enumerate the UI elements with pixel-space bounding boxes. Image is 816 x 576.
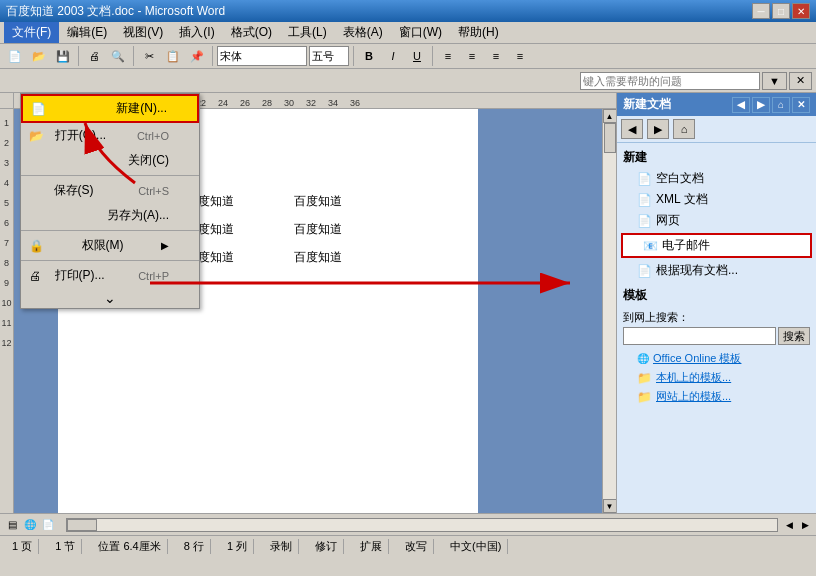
help-search-input[interactable] [580, 72, 760, 90]
menu-item-close[interactable]: 关闭(C) [21, 148, 199, 173]
blank-doc-icon: 📄 [637, 172, 652, 186]
panel-search-btn[interactable]: 搜索 [778, 327, 810, 345]
menu-separator-1 [21, 175, 199, 176]
minimize-button[interactable]: ─ [752, 3, 770, 19]
panel-item-email[interactable]: 📧 电子邮件 [621, 233, 812, 258]
rec-status: 录制 [264, 539, 299, 554]
new-label: 新建(N)... [116, 100, 167, 117]
doc-right-bg [478, 109, 602, 513]
print-view-btn[interactable]: 📄 [40, 517, 56, 533]
panel-nav: ◀ ▶ ⌂ [617, 116, 816, 143]
print-menu-icon: 🖨 [29, 269, 41, 283]
panel-header: 新建文档 ◀ ▶ ⌂ ✕ [617, 93, 816, 116]
font-size-input[interactable] [309, 46, 349, 66]
panel-item-local-template[interactable]: 📁 本机上的模板... [617, 368, 816, 387]
menu-item-new[interactable]: 📄 新建(N)... [21, 94, 199, 123]
menu-format[interactable]: 格式(O) [223, 22, 280, 43]
line-status: 8 行 [178, 539, 211, 554]
xml-doc-label: XML 文档 [656, 191, 708, 208]
sep4 [353, 46, 354, 66]
print-btn[interactable]: 🖨 [83, 46, 105, 66]
scroll-right-btn[interactable]: ▶ [798, 518, 812, 532]
panel-item-blank[interactable]: 📄 空白文档 [617, 168, 816, 189]
panel-nav-back[interactable]: ◀ [621, 119, 643, 139]
save-btn[interactable]: 💾 [52, 46, 74, 66]
save-label: 保存(S) [54, 182, 94, 199]
font-name-input[interactable] [217, 46, 307, 66]
menu-item-open[interactable]: 📂 打开(O)... Ctrl+O [21, 123, 199, 148]
menu-tools[interactable]: 工具(L) [280, 22, 335, 43]
open-btn[interactable]: 📂 [28, 46, 50, 66]
panel-close-btn[interactable]: ✕ [792, 97, 810, 113]
office-online-icon: 🌐 [637, 353, 649, 364]
scroll-track[interactable] [603, 123, 617, 499]
toolbar-row-1: 📄 📂 💾 🖨 🔍 ✂ 📋 📌 B I U ≡ ≡ ≡ ≡ [4, 46, 812, 66]
align-left-btn[interactable]: ≡ [437, 46, 459, 66]
menu-edit[interactable]: 编辑(E) [59, 22, 115, 43]
office-online-label: Office Online 模板 [653, 351, 741, 366]
align-right-btn[interactable]: ≡ [485, 46, 507, 66]
align-center-btn[interactable]: ≡ [461, 46, 483, 66]
extend-status: 扩展 [354, 539, 389, 554]
italic-btn[interactable]: I [382, 46, 404, 66]
menu-more-btn[interactable]: ⌄ [21, 288, 199, 308]
paste-btn[interactable]: 📌 [186, 46, 208, 66]
cut-btn[interactable]: ✂ [138, 46, 160, 66]
main-area: 12345 678910 1112 10 12 14 16 18 20 22 2… [0, 93, 816, 513]
bold-btn[interactable]: B [358, 46, 380, 66]
menu-table[interactable]: 表格(A) [335, 22, 391, 43]
menu-item-save[interactable]: 保存(S) Ctrl+S [21, 178, 199, 203]
ruler-mark: 24 [212, 98, 234, 108]
help-search-btn[interactable]: ▼ [762, 72, 787, 90]
underline-btn[interactable]: U [406, 46, 428, 66]
panel-search-row: 搜索 [623, 327, 810, 345]
panel-new-title: 新建 [617, 143, 816, 168]
menu-bar: 文件(F) 编辑(E) 视图(V) 插入(I) 格式(O) 工具(L) 表格(A… [0, 22, 816, 44]
web-view-btn[interactable]: 🌐 [22, 517, 38, 533]
scroll-h-thumb[interactable] [67, 519, 97, 531]
panel-item-from-existing[interactable]: 📄 根据现有文档... [617, 260, 816, 281]
menu-view[interactable]: 视图(V) [115, 22, 171, 43]
panel-item-web-template[interactable]: 📁 网站上的模板... [617, 387, 816, 406]
panel-item-webpage[interactable]: 📄 网页 [617, 210, 816, 231]
panel-nav-forward[interactable]: ▶ [647, 119, 669, 139]
scroll-left-btn[interactable]: ◀ [782, 518, 796, 532]
help-close-btn[interactable]: ✕ [789, 72, 812, 90]
scrollbar-horizontal[interactable] [66, 518, 778, 532]
copy-btn[interactable]: 📋 [162, 46, 184, 66]
maximize-button[interactable]: □ [772, 3, 790, 19]
normal-view-btn[interactable]: ▤ [4, 517, 20, 533]
preview-btn[interactable]: 🔍 [107, 46, 129, 66]
panel-forward-btn[interactable]: ▶ [752, 97, 770, 113]
menu-file[interactable]: 文件(F) [4, 22, 59, 43]
panel-nav-home[interactable]: ⌂ [673, 119, 695, 139]
close-label: 关闭(C) [128, 152, 169, 169]
scroll-down-btn[interactable]: ▼ [603, 499, 617, 513]
open-icon: 📂 [29, 129, 44, 143]
panel-back-btn[interactable]: ◀ [732, 97, 750, 113]
panel-search-input[interactable] [623, 327, 776, 345]
menu-separator-3 [21, 260, 199, 261]
scrollbar-vertical[interactable]: ▲ ▼ [602, 109, 616, 513]
menu-help[interactable]: 帮助(H) [450, 22, 507, 43]
panel-item-xml[interactable]: 📄 XML 文档 [617, 189, 816, 210]
xml-doc-icon: 📄 [637, 193, 652, 207]
doc-text: 百度知道 [294, 217, 342, 241]
sep2 [133, 46, 134, 66]
justify-btn[interactable]: ≡ [509, 46, 531, 66]
panel-home-btn[interactable]: ⌂ [772, 97, 790, 113]
menu-insert[interactable]: 插入(I) [171, 22, 222, 43]
new-doc-btn[interactable]: 📄 [4, 46, 26, 66]
sep3 [212, 46, 213, 66]
menu-window[interactable]: 窗口(W) [391, 22, 450, 43]
menu-item-permission[interactable]: 🔒 权限(M) ▶ [21, 233, 199, 258]
title-bar-controls: ─ □ ✕ [752, 3, 810, 19]
local-template-label: 本机上的模板... [656, 370, 731, 385]
close-button[interactable]: ✕ [792, 3, 810, 19]
ruler-mark: 26 [234, 98, 256, 108]
menu-item-saveas[interactable]: 另存为(A)... [21, 203, 199, 228]
scroll-thumb[interactable] [604, 123, 616, 153]
scroll-up-btn[interactable]: ▲ [603, 109, 617, 123]
panel-item-office-online[interactable]: 🌐 Office Online 模板 [617, 349, 816, 368]
menu-item-print[interactable]: 🖨 打印(P)... Ctrl+P [21, 263, 199, 288]
